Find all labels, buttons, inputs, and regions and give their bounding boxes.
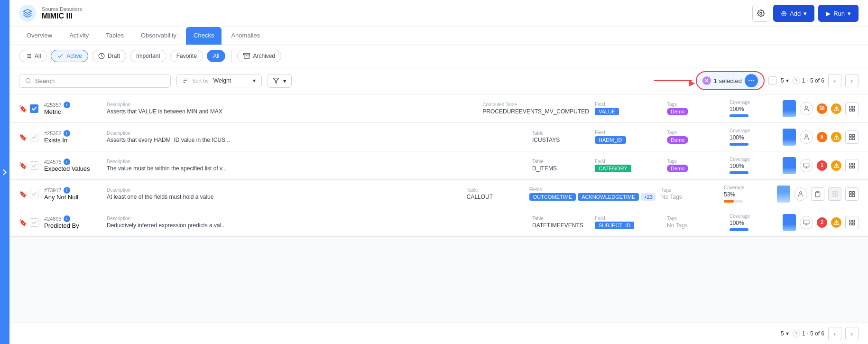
svg-rect-32 <box>850 166 851 168</box>
filter-archived[interactable]: Archived <box>237 50 281 62</box>
tag-badge: Demo <box>667 136 688 144</box>
filter-draft[interactable]: Draft <box>92 50 126 62</box>
disabled-icon <box>828 187 841 201</box>
filter-all-label: All <box>35 53 41 59</box>
bookmark-icon[interactable]: 🔖 <box>19 133 27 141</box>
row-checkbox[interactable] <box>30 104 38 113</box>
tab-anomalies[interactable]: Anomalies <box>223 27 268 45</box>
sort-box[interactable]: Sort by Weight ▾ <box>176 74 262 87</box>
svg-rect-20 <box>850 109 851 111</box>
svg-rect-41 <box>852 195 854 196</box>
filter-bar: All Active Draft Important Favorite <box>9 45 868 67</box>
row-right: 6 ⚠ <box>783 129 859 146</box>
row-menu-button[interactable] <box>845 102 859 115</box>
bookmark-icon[interactable]: 🔖 <box>19 219 27 226</box>
filter-button[interactable]: ▾ <box>268 74 292 88</box>
header-checkbox[interactable] <box>768 76 777 85</box>
bottom-prev-button[interactable]: ‹ <box>828 327 841 340</box>
sidebar-toggle[interactable] <box>0 0 9 344</box>
filter-active[interactable]: Active <box>51 50 88 62</box>
info-icon[interactable]: i <box>64 187 70 194</box>
pagination-help: ? 1 - 5 of 6 <box>793 77 824 84</box>
filter-important[interactable]: Important <box>130 50 166 62</box>
bottom-next-button[interactable]: › <box>845 327 859 340</box>
row-checkbox[interactable] <box>30 161 38 170</box>
row-menu-button[interactable] <box>845 187 859 201</box>
monitor-icon <box>800 159 813 172</box>
field-label: Field <box>595 215 661 221</box>
svg-rect-39 <box>850 191 851 193</box>
source-label: Source Datastore <box>42 6 83 12</box>
prev-page-button[interactable]: ‹ <box>828 74 841 87</box>
field-tag: HADM_ID <box>595 136 626 144</box>
svg-marker-15 <box>273 78 279 84</box>
svg-rect-31 <box>852 166 854 168</box>
desc-label: Description <box>107 102 477 107</box>
settings-button[interactable] <box>752 5 769 22</box>
info-icon[interactable]: i <box>64 158 70 165</box>
row-menu-button[interactable] <box>845 159 859 172</box>
svg-rect-8 <box>244 54 250 55</box>
bookmark-icon[interactable]: 🔖 <box>19 162 27 169</box>
field-tag: ACKNOWLEDGETIME <box>578 193 639 201</box>
clear-selection-button[interactable]: ✕ <box>702 76 711 85</box>
table-row: 🔖 #24893 i Predicted By Description Dedu… <box>9 208 868 237</box>
info-icon[interactable]: i <box>64 102 70 108</box>
row-menu-button[interactable] <box>845 130 859 144</box>
row-number: #73917 i <box>44 187 101 194</box>
alert-badge: 6 <box>817 132 827 142</box>
coverage-label: Coverage <box>729 214 777 219</box>
coverage-label: Coverage <box>729 157 777 162</box>
bottom-page-size[interactable]: 5 ▾ <box>781 330 789 337</box>
filter-all-pill[interactable]: All <box>207 50 225 62</box>
run-button[interactable]: ▶ Run ▾ <box>818 5 859 22</box>
tab-tables[interactable]: Tables <box>98 27 131 45</box>
sparkline <box>777 186 790 203</box>
svg-rect-24 <box>852 138 854 139</box>
alert-badge: 2 <box>817 217 827 228</box>
page-size-select[interactable]: 5 ▾ <box>781 77 789 84</box>
coverage-bar <box>729 171 748 174</box>
coverage-bar <box>729 143 748 146</box>
sort-by-label: Sort by <box>192 78 209 84</box>
row-menu-button[interactable] <box>845 216 859 229</box>
svg-rect-49 <box>850 223 851 225</box>
table-col: Table D_ITEMS <box>532 159 589 172</box>
description-col: Description Deductively inferred express… <box>107 216 526 229</box>
tab-overview[interactable]: Overview <box>19 27 60 45</box>
svg-rect-43 <box>803 220 809 223</box>
tab-checks[interactable]: Checks <box>186 27 222 45</box>
toolbar-right: ▶ ✕ 1 selected ⋯ 5 ▾ ? 1 - 5 of 6 <box>654 71 859 90</box>
filter-favorite[interactable]: Favorite <box>170 50 203 62</box>
field-col: Field SUBJECT_ID <box>595 215 661 229</box>
coverage-value: 100% <box>729 134 777 141</box>
row-checkbox[interactable] <box>30 190 38 198</box>
add-button[interactable]: ⊕ Add ▾ <box>773 5 814 22</box>
sparkline <box>783 214 796 231</box>
row-checkbox[interactable] <box>30 133 38 141</box>
table-value: PROCEDUREEVENTS_MV_COMPUTED <box>482 108 589 115</box>
row-name: Metric <box>44 108 101 115</box>
tab-observability[interactable]: Observability <box>133 27 184 45</box>
bookmark-icon[interactable]: 🔖 <box>19 105 27 112</box>
table-value: ICUSTAYS <box>532 137 589 143</box>
header: Source Datastore MIMIC III ⊕ Add ▾ <box>9 0 868 27</box>
tab-activity[interactable]: Activity <box>62 27 96 45</box>
next-page-button[interactable]: › <box>845 74 859 87</box>
bookmark-icon[interactable]: 🔖 <box>19 190 27 198</box>
info-icon[interactable]: i <box>64 215 70 222</box>
info-icon[interactable]: i <box>64 130 70 137</box>
bottom-pagination-info: 1 - 5 of 6 <box>802 330 824 337</box>
svg-rect-19 <box>852 109 854 111</box>
monitor-icon <box>800 216 813 229</box>
filter-all[interactable]: All <box>19 50 47 62</box>
page-size-value: 5 <box>781 77 784 84</box>
selected-count: 1 selected <box>714 77 742 84</box>
table-label: Table <box>532 216 589 221</box>
row-checkbox[interactable] <box>30 218 38 227</box>
selection-actions-button[interactable]: ⋯ <box>745 74 758 87</box>
table-col: Table CALLOUT <box>467 187 524 200</box>
search-icon <box>25 77 31 84</box>
search-input[interactable] <box>35 77 165 84</box>
svg-rect-40 <box>852 191 854 193</box>
